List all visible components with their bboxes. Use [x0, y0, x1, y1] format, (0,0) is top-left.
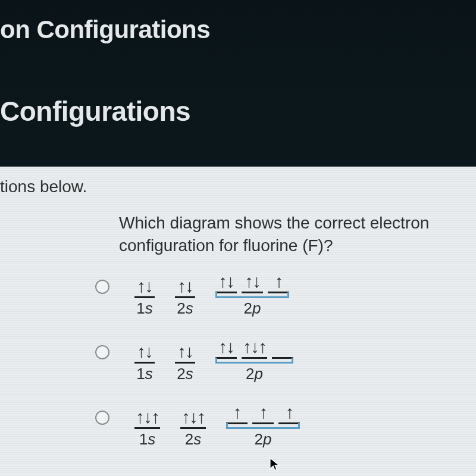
orbital-label: 2s: [177, 364, 193, 383]
orbital-fill: ↑↓: [215, 273, 237, 293]
orbital-1s: ↑↓ 1s: [134, 277, 155, 318]
orbital-diagram: ↑↓ 1s ↑↓ 2s ↑↓ ↑↓↑ 2p: [134, 338, 293, 383]
orbital-1s: ↑↓ 1s: [134, 343, 155, 383]
option-b[interactable]: ↑↓ 1s ↑↓ 2s ↑↓ ↑↓↑ 2p: [95, 338, 476, 383]
orbital-2s: ↑↓ 2s: [175, 343, 195, 383]
page-title-fragment-1: on Configurations: [0, 0, 476, 44]
orbital-2p-group: ↑↓ ↑↓↑ 2p: [215, 338, 293, 383]
orbital-label: 2s: [185, 429, 201, 449]
orbital-1s: ↑↓↑ 1s: [134, 408, 160, 449]
orbital-2s: ↑↓ 2s: [175, 277, 195, 318]
option-c[interactable]: ↑↓↑ 1s ↑↓↑ 2s ↑ ↑ ↑ 2p: [95, 403, 476, 449]
orbital-fill: ↑↓: [134, 277, 155, 298]
orbital-2p-group: ↑ ↑ ↑ 2p: [226, 403, 300, 449]
radio-button[interactable]: [95, 280, 109, 294]
orbital-fill: ↑↓: [242, 273, 263, 293]
bracket-icon: [215, 358, 293, 364]
orbital-fill: ↑↓↑: [134, 408, 160, 429]
content-area: tions below. Which diagram shows the cor…: [0, 167, 476, 476]
bracket-icon: [215, 292, 289, 298]
radio-button[interactable]: [95, 345, 109, 359]
orbital-label: 1s: [136, 364, 152, 383]
orbital-fill: ↑↓: [175, 277, 195, 298]
options-list: ↑↓ 1s ↑↓ 2s ↑↓ ↑↓ ↑ 2p: [0, 273, 476, 449]
bracket-icon: [226, 423, 300, 429]
orbital-fill: ↑: [252, 403, 274, 424]
question-text: Which diagram shows the correct electron…: [0, 212, 476, 273]
orbital-label: 1s: [139, 429, 155, 449]
option-a[interactable]: ↑↓ 1s ↑↓ 2s ↑↓ ↑↓ ↑ 2p: [95, 273, 476, 318]
orbital-fill: ↑↓↑: [180, 408, 206, 429]
orbital-fill: ↑↓↑: [242, 338, 267, 359]
page-title-fragment-2: Configurations: [0, 44, 476, 127]
orbital-diagram: ↑↓↑ 1s ↑↓↑ 2s ↑ ↑ ↑ 2p: [134, 403, 300, 449]
orbital-fill: ↑↓: [134, 343, 155, 364]
orbital-fill: ↑: [278, 403, 300, 424]
radio-button[interactable]: [95, 411, 109, 425]
orbital-label: 2p: [244, 298, 261, 318]
header-area: on Configurations Configurations: [0, 0, 476, 167]
orbital-2p-group: ↑↓ ↑↓ ↑ 2p: [215, 273, 289, 318]
mouse-cursor-icon: [269, 457, 281, 471]
orbital-fill: ↑↓: [175, 343, 195, 364]
orbital-2s: ↑↓↑ 2s: [180, 408, 206, 449]
orbital-label: 1s: [136, 298, 152, 318]
orbital-fill: [272, 338, 293, 359]
orbital-fill: ↑: [268, 273, 289, 293]
instruction-fragment: tions below.: [0, 177, 476, 212]
orbital-diagram: ↑↓ 1s ↑↓ 2s ↑↓ ↑↓ ↑ 2p: [134, 273, 289, 318]
orbital-fill: ↑: [226, 403, 248, 424]
orbital-label: 2s: [177, 298, 193, 318]
orbital-fill: ↑↓: [215, 338, 237, 359]
orbital-label: 2p: [246, 364, 263, 383]
orbital-label: 2p: [255, 429, 272, 449]
